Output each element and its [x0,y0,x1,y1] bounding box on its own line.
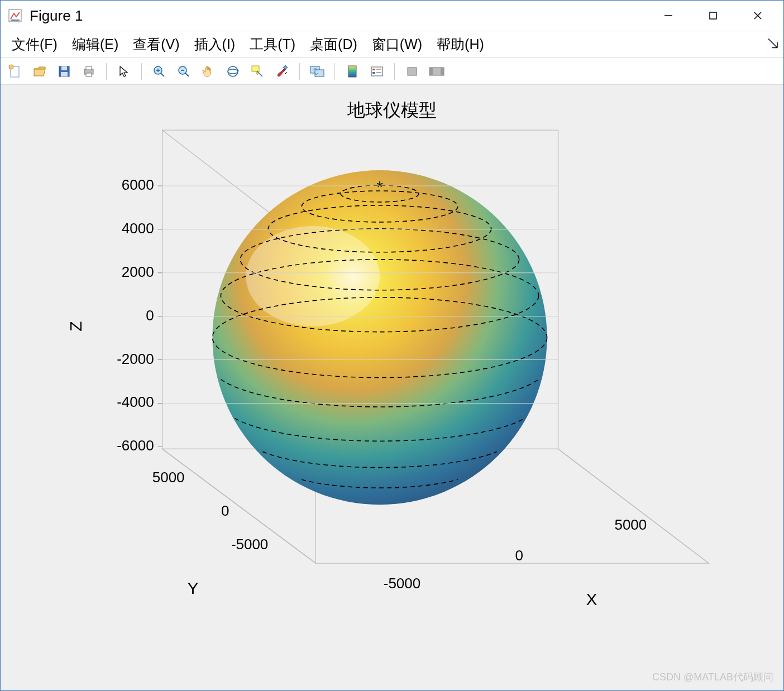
toolbar-separator [334,63,335,80]
zoom-out-button[interactable] [175,63,193,80]
figure-window: Figure 1 文件(F) 编辑(E) 查看(V) 插入(I) 工具(T) 桌… [0,0,784,691]
menu-tools[interactable]: 工具(T) [244,33,301,56]
svg-rect-30 [372,72,375,74]
svg-rect-11 [86,66,92,70]
y-tick-label-mid: 0 [221,502,229,519]
watermark-text: CSDN @MATLAB代码顾问 [652,670,773,684]
toolbar-separator [299,63,300,80]
menu-desktop[interactable]: 桌面(D) [304,33,363,56]
svg-text:-5000: -5000 [384,575,420,592]
menu-help[interactable]: 帮助(H) [431,33,490,56]
svg-rect-27 [348,66,356,77]
svg-text:4000: 4000 [122,220,154,237]
x-axis-label: X [586,590,597,608]
svg-rect-35 [429,68,433,75]
menu-file[interactable]: 文件(F) [6,33,63,56]
menu-edit[interactable]: 编辑(E) [66,33,124,56]
open-button[interactable] [31,63,49,80]
show-plot-tools-button[interactable] [428,63,446,80]
link-plot-button[interactable] [308,63,326,80]
matlab-figure-icon [8,9,22,22]
pointer-button[interactable] [115,63,133,80]
close-button[interactable] [735,1,780,31]
svg-point-62 [246,226,380,327]
toolbar-separator [394,63,395,80]
hide-plot-tools-button[interactable] [403,63,421,80]
zoom-in-button[interactable] [150,63,168,80]
save-button[interactable] [55,63,73,80]
rotate3d-button[interactable] [224,63,242,80]
svg-rect-12 [86,73,92,76]
svg-point-6 [9,65,13,69]
new-figure-button[interactable] [6,63,24,80]
colorbar-button[interactable] [343,63,361,80]
print-button[interactable] [80,63,98,80]
svg-point-61 [212,170,547,505]
data-cursor-button[interactable] [248,63,266,80]
title-bar: Figure 1 [1,1,783,31]
svg-rect-22 [252,66,259,71]
svg-rect-8 [61,66,67,70]
svg-text:5000: 5000 [152,469,185,486]
menu-window[interactable]: 窗口(W) [366,33,428,56]
svg-rect-2 [710,12,716,19]
svg-rect-26 [315,70,324,76]
z-axis-label: Z [66,321,85,332]
maximize-button[interactable] [691,1,735,31]
svg-text:-2000: -2000 [117,351,154,367]
svg-text:5000: 5000 [615,516,647,533]
legend-button[interactable] [368,63,386,80]
svg-text:-5000: -5000 [231,536,268,553]
svg-point-21 [228,69,238,74]
svg-text:2000: 2000 [122,263,154,280]
pole-marker: * [376,177,383,196]
pan-button[interactable] [199,63,217,80]
figure-toolbar [1,58,783,85]
svg-text:0: 0 [146,307,154,324]
minimize-button[interactable] [646,1,691,31]
svg-rect-33 [408,68,417,75]
y-axis-label: Y [188,579,199,597]
svg-rect-29 [372,69,375,70]
svg-text:0: 0 [515,547,523,564]
svg-rect-28 [371,67,383,76]
y-tick-labels: 5000 -5000 [152,469,269,553]
brush-button[interactable] [273,63,291,80]
svg-text:-4000: -4000 [117,394,154,410]
globe-surface [212,170,547,505]
dock-arrow-icon[interactable] [767,36,779,52]
menu-bar: 文件(F) 编辑(E) 查看(V) 插入(I) 工具(T) 桌面(D) 窗口(W… [1,31,783,58]
z-ticks [158,186,162,447]
svg-line-14 [161,73,164,76]
toolbar-separator [141,63,142,80]
menu-view[interactable]: 查看(V) [127,33,185,56]
toolbar-separator [106,63,107,80]
svg-text:6000: 6000 [122,176,154,193]
window-title: Figure 1 [30,7,83,25]
svg-text:-6000: -6000 [117,437,154,454]
svg-point-20 [228,66,238,76]
svg-rect-36 [441,68,444,75]
z-tick-labels: 6000 4000 2000 0 -2000 -4000 -6000 [117,176,154,454]
menu-insert[interactable]: 插入(I) [189,33,241,56]
axes-3d[interactable]: 6000 4000 2000 0 -2000 -4000 -6000 Z 50 [1,85,783,690]
svg-rect-9 [61,72,68,76]
x-tick-labels: -5000 0 5000 [384,516,647,592]
figure-axes-area[interactable]: 地球仪模型 [1,85,783,690]
svg-line-40 [558,449,709,563]
svg-line-18 [185,73,189,76]
